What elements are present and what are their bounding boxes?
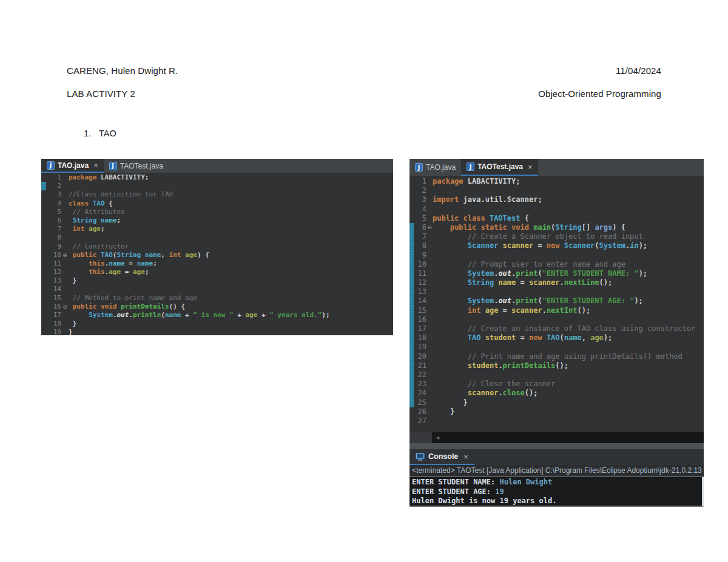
- fold-gutter: [61, 259, 69, 268]
- console-output[interactable]: ENTER STUDENT NAME: Hulen DwightENTER ST…: [410, 477, 704, 507]
- code-line-18[interactable]: 18 }: [41, 319, 393, 328]
- date: 11/04/2024: [616, 65, 661, 76]
- code-line-23[interactable]: 23 // Close the scanner: [410, 380, 704, 389]
- horizontal-scrollbar[interactable]: ◄: [410, 432, 704, 443]
- token: // Print name and age using printDetails…: [433, 352, 682, 361]
- fold-gutter: [61, 190, 69, 199]
- token: {: [525, 214, 529, 222]
- code-line-8[interactable]: 8 Scanner scanner = new Scanner(System.i…: [410, 241, 704, 250]
- code-line-13[interactable]: 13: [410, 287, 704, 296]
- code-line-20[interactable]: 20 // Print name and age using printDeta…: [410, 352, 704, 361]
- fold-icon[interactable]: ⊖: [61, 251, 69, 259]
- token: ) {: [612, 223, 625, 232]
- console-tab-label: Console: [428, 452, 458, 461]
- token: in: [630, 241, 638, 250]
- code-line-21[interactable]: 21 student.printDetails();: [410, 361, 704, 370]
- range-indicator: [41, 243, 46, 251]
- token: public class: [433, 214, 490, 222]
- code-line-5[interactable]: 5public class TAOTest {: [410, 214, 704, 223]
- code-line-4[interactable]: 4class TAO {: [41, 199, 393, 208]
- tab-TAOTest.java[interactable]: JTAOTest.java×: [461, 159, 538, 176]
- code-line-12[interactable]: 12 String name = scanner.nextLine();: [410, 278, 704, 287]
- code-line-19[interactable]: 19}: [41, 328, 393, 335]
- token: +: [234, 311, 246, 319]
- code-line-12[interactable]: 12 this.age = age;: [41, 268, 393, 276]
- code-line-10[interactable]: 10 // Prompt user to enter name and age: [410, 260, 704, 269]
- editor-taotest-java[interactable]: JTAO.javaJTAOTest.java× 1package LABACTI…: [410, 159, 704, 507]
- range-indicator: [410, 370, 414, 380]
- code-text: this.name = name;: [69, 259, 157, 268]
- code-line-13[interactable]: 13 }: [41, 276, 393, 285]
- code-line-11[interactable]: 11 System.out.print("ENTER STUDENT NAME:…: [410, 269, 704, 278]
- code-line-2[interactable]: 2: [41, 182, 393, 190]
- range-indicator: [41, 208, 46, 216]
- code-line-7[interactable]: 7 int age;: [41, 225, 393, 233]
- code-line-6[interactable]: 6⊖ public static void main(String[] args…: [410, 223, 704, 232]
- code-text: public static void main(String[] args) {: [433, 223, 625, 232]
- code-line-5[interactable]: 5 // Attributes: [41, 208, 393, 216]
- token: ;: [116, 216, 121, 224]
- code-line-3[interactable]: 3//Class definition for TAO: [41, 190, 393, 199]
- code-line-1[interactable]: 1package LABACTIVITY;: [410, 177, 704, 186]
- range-indicator: [410, 260, 414, 269]
- code-line-25[interactable]: 25 }: [410, 398, 704, 407]
- code-line-22[interactable]: 22: [410, 370, 704, 380]
- code-line-26[interactable]: 26 }: [410, 407, 704, 416]
- close-icon[interactable]: ×: [93, 161, 98, 170]
- token: // Close the scanner: [433, 380, 555, 388]
- code-line-24[interactable]: 24 scanner.close();: [410, 389, 704, 398]
- close-icon[interactable]: ×: [528, 162, 533, 172]
- code-line-14[interactable]: 14 System.out.print("ENTER STUDENT AGE: …: [410, 296, 704, 306]
- code-line-6[interactable]: 6 String name;: [41, 216, 393, 225]
- token: TAO: [547, 333, 560, 342]
- code-line-9[interactable]: 9: [410, 251, 704, 260]
- code-line-3[interactable]: 3import java.util.Scanner;: [410, 195, 704, 204]
- scroll-left-arrow-icon[interactable]: ◄: [435, 435, 440, 441]
- token: // Prompt user to enter name and age: [433, 260, 625, 269]
- code-area[interactable]: 1package LABACTIVITY;23import java.util.…: [410, 176, 704, 432]
- tab-console[interactable]: Console ×: [410, 449, 474, 465]
- line-number: 10: [46, 251, 61, 259]
- code-text: System.out.println(name + " is now " + a…: [69, 311, 330, 319]
- code-area[interactable]: 1package LABACTIVITY;23//Class definitio…: [41, 173, 393, 335]
- fold-gutter: [426, 251, 433, 260]
- code-line-16[interactable]: 16: [410, 315, 704, 324]
- token: }: [69, 276, 76, 284]
- code-line-2[interactable]: 2: [410, 186, 704, 195]
- code-line-16[interactable]: 16⊖ public void printDetails() {: [41, 303, 393, 311]
- code-line-8[interactable]: 8: [41, 233, 393, 242]
- close-icon[interactable]: ×: [463, 452, 468, 461]
- fold-gutter: [426, 370, 433, 380]
- code-line-17[interactable]: 17 System.out.println(name + " is now " …: [41, 311, 393, 319]
- tab-TAO.java[interactable]: JTAO.java×: [41, 159, 104, 173]
- code-line-4[interactable]: 4: [410, 205, 704, 214]
- code-text: }: [433, 398, 468, 407]
- code-line-19[interactable]: 19: [410, 343, 704, 352]
- code-line-11[interactable]: 11 this.name = name;: [41, 259, 393, 268]
- code-line-27[interactable]: 27: [410, 416, 704, 426]
- code-line-17[interactable]: 17 // Create an instance of TAO class us…: [410, 324, 704, 333]
- editor-tao-java[interactable]: JTAO.java×JTAOTest.java 1package LABACTI…: [41, 159, 393, 335]
- fold-icon[interactable]: ⊖: [426, 223, 433, 232]
- code-line-7[interactable]: 7 // Create a Scanner object to read inp…: [410, 232, 704, 241]
- range-indicator: [410, 223, 414, 232]
- code-line-18[interactable]: 18 TAO student = new TAO(name, age);: [410, 333, 704, 343]
- code-line-1[interactable]: 1package LABACTIVITY;: [41, 173, 393, 182]
- fold-gutter: [426, 343, 433, 352]
- tab-TAO.java[interactable]: JTAO.java: [410, 159, 461, 176]
- fold-gutter: [426, 241, 433, 250]
- code-line-15[interactable]: 15 // Method to print name and age: [41, 294, 393, 303]
- fold-gutter: [61, 182, 69, 190]
- code-text: public class TAOTest {: [433, 214, 529, 223]
- fold-icon[interactable]: ⊖: [61, 303, 69, 311]
- tab-TAOTest.java[interactable]: JTAOTest.java: [104, 159, 169, 173]
- code-line-9[interactable]: 9 // Constructor: [41, 243, 393, 251]
- code-line-15[interactable]: 15 int age = scanner.nextInt();: [410, 306, 704, 315]
- code-line-14[interactable]: 14: [41, 285, 393, 293]
- scrollbar-track[interactable]: ◄: [432, 432, 704, 443]
- range-indicator: [41, 276, 46, 285]
- code-line-10[interactable]: 10⊖ public TAO(String name, int age) {: [41, 251, 393, 259]
- token: [69, 259, 89, 267]
- token: scanner: [503, 241, 534, 250]
- line-number: 4: [46, 199, 61, 208]
